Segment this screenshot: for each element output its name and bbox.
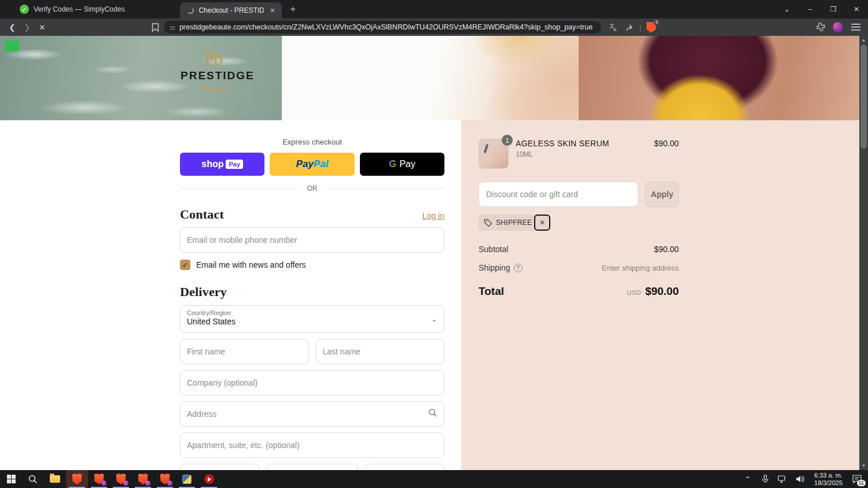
chevron-down-icon: ⌄ (432, 316, 437, 323)
paypal-label-2: Pal (314, 158, 329, 170)
scroll-up-arrow[interactable]: ▲ (859, 36, 868, 45)
taskbar-search-button[interactable] (22, 470, 44, 488)
translate-icon[interactable]: 文A (607, 21, 620, 34)
zip-field[interactable] (366, 464, 444, 470)
checkout-main: Express checkout shop Pay PayPal G Pay O… (0, 120, 461, 470)
or-divider: OR (180, 184, 444, 193)
simplycodes-icon: ✓ (20, 5, 29, 14)
country-select[interactable]: Country/Region United States ⌄ (180, 305, 444, 333)
google-pay-button[interactable]: G Pay (360, 153, 444, 176)
taskbar-brave-4[interactable] (132, 470, 154, 488)
page-viewport: Pb PRESTIDGE beauté Express checkout sho… (0, 36, 859, 470)
company-field[interactable] (181, 371, 444, 395)
scrollbar[interactable]: ▲ ▼ (859, 36, 868, 470)
profile-badge (167, 480, 172, 486)
minimize-button[interactable]: – (799, 0, 822, 19)
state-select[interactable]: State ⌄ (266, 464, 358, 470)
url-text: prestidgebeaute.com/checkouts/cn/Z2NwLXV… (179, 23, 593, 31)
address-field[interactable] (181, 402, 444, 426)
apartment-wrap (180, 432, 444, 458)
share-icon[interactable] (623, 21, 636, 34)
paypal-button[interactable]: PayPal (270, 153, 354, 176)
shop-pay-tag: Pay (226, 160, 243, 169)
tray-expand-chevron[interactable]: ⌃ (740, 470, 755, 488)
subtotal-value: $90.00 (654, 245, 679, 254)
microphone-icon[interactable] (757, 470, 773, 488)
back-button[interactable]: ❮ (5, 20, 20, 34)
taskbar-brave-5[interactable] (154, 470, 176, 488)
new-tab-button[interactable]: + (290, 4, 295, 14)
menu-icon[interactable] (849, 21, 862, 34)
currency-code: USD (627, 289, 641, 296)
product-price: $90.00 (654, 139, 679, 148)
tag-icon (484, 219, 492, 227)
taskbar-media-button[interactable] (198, 470, 220, 488)
folder-icon (50, 475, 60, 483)
profile-avatar[interactable] (832, 21, 844, 33)
city-field[interactable] (181, 464, 259, 470)
url-bar[interactable]: ⚎ prestidgebeaute.com/checkouts/cn/Z2NwL… (164, 21, 601, 34)
shipping-help-icon[interactable]: ? (514, 264, 523, 272)
restore-button[interactable]: ❐ (822, 0, 845, 19)
first-name-field[interactable] (181, 339, 308, 364)
window-controls: ⌄ – ❐ ✕ (775, 0, 868, 19)
product-image: 1 (479, 139, 509, 169)
country-value: United States (187, 317, 437, 326)
newsletter-checkbox[interactable]: ✓ (180, 260, 190, 270)
address-wrap (180, 401, 444, 427)
profile-badge (123, 480, 128, 486)
tab-simplycodes[interactable]: ✓ Verify Codes — SimplyCodes (14, 0, 130, 19)
shop-pay-button[interactable]: shop Pay (180, 153, 264, 176)
scrollbar-thumb[interactable] (860, 45, 867, 149)
store-logo[interactable]: Pb PRESTIDGE beauté (181, 50, 245, 95)
profile-badge (101, 480, 106, 486)
python-installer-icon (182, 475, 192, 484)
brave-shield-icon[interactable]: 5 (645, 21, 657, 34)
apartment-field[interactable] (181, 433, 444, 457)
brave-icon (72, 474, 82, 485)
taskbar-clock[interactable]: 6:33 a. m. 18/3/2025 (810, 472, 847, 487)
banner-face-image (282, 36, 579, 120)
tab-checkout[interactable]: Checkout - PRESTIDGE beauté ✕ (180, 2, 282, 19)
taskbar-brave-3[interactable] (110, 470, 132, 488)
apply-discount-button[interactable]: Apply (645, 182, 679, 207)
loading-spinner-icon (187, 7, 194, 14)
remove-discount-button[interactable]: ✕ (534, 215, 550, 231)
stop-loading-button[interactable]: ✕ (35, 20, 50, 34)
order-summary-panel: 1 AGELESS SKIN SERUM 10ML $90.00 Apply S… (461, 120, 859, 470)
cart-item: 1 AGELESS SKIN SERUM 10ML $90.00 (479, 139, 679, 169)
close-button[interactable]: ✕ (845, 0, 868, 19)
start-button[interactable] (0, 470, 22, 488)
product-variant: 10ML (516, 150, 609, 158)
scroll-down-arrow[interactable]: ▼ (859, 461, 868, 470)
taskbar-brave-2[interactable] (88, 470, 110, 488)
extensions-icon[interactable] (814, 21, 826, 34)
zip-wrap (365, 464, 444, 470)
shield-badge: 5 (653, 19, 660, 25)
email-field[interactable] (181, 228, 444, 252)
action-center-button[interactable]: 11 (849, 470, 865, 488)
banner-plum-image (579, 36, 859, 120)
login-link[interactable]: Log in (422, 211, 444, 220)
network-icon[interactable] (775, 470, 790, 488)
simplycodes-overlay-badge[interactable] (5, 40, 19, 51)
speaker-icon[interactable] (792, 470, 807, 488)
file-explorer-button[interactable] (44, 470, 66, 488)
last-name-field[interactable] (317, 339, 444, 364)
store-banner (0, 36, 859, 120)
subtotal-label: Subtotal (479, 245, 508, 254)
search-icon (28, 475, 38, 484)
product-name: AGELESS SKIN SERUM (516, 139, 609, 148)
tab-title: Verify Codes — SimplyCodes (34, 5, 124, 13)
forward-button[interactable]: ❯ (20, 20, 35, 34)
taskbar-installer-button[interactable] (176, 470, 198, 488)
clock-date: 18/3/2025 (814, 479, 843, 487)
discount-code-field[interactable] (479, 190, 638, 199)
taskbar-brave-active[interactable] (66, 470, 88, 488)
tab-close-icon[interactable]: ✕ (269, 7, 276, 14)
tab-search-button[interactable]: ⌄ (775, 0, 799, 19)
profile-badge (145, 480, 150, 486)
delivery-heading: Delivery (180, 284, 227, 300)
bookmark-icon[interactable] (152, 23, 159, 32)
site-settings-icon[interactable]: ⚎ (170, 24, 175, 31)
